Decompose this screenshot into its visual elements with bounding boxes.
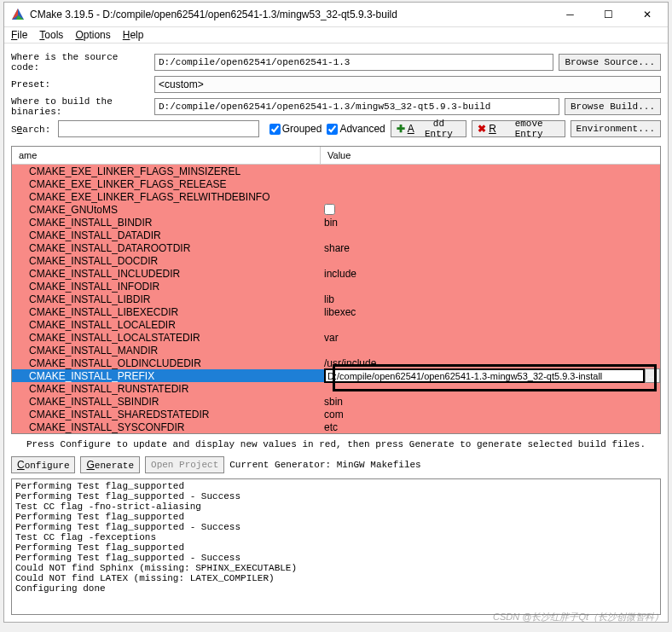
advanced-checkbox[interactable]: Advanced [327,123,385,135]
table-row[interactable]: CMAKE_INSTALL_INCLUDEDIRinclude [12,267,660,280]
build-label: Where to build the binaries: [11,96,149,117]
table-row[interactable]: CMAKE_INSTALL_SBINDIRsbin [12,395,660,408]
titlebar: CMake 3.19.5 - D:/compile/open62541/open… [4,3,668,27]
output-log[interactable]: Performing Test flag_supported Performin… [11,478,661,615]
menu-tools[interactable]: Tools [39,29,63,41]
cell-name: CMAKE_INSTALL_RUNSTATEDIR [12,383,321,395]
menubar: File Tools Options Help [4,27,668,43]
table-row[interactable]: CMAKE_INSTALL_SYSCONFDIRetc [12,420,660,433]
cell-value[interactable] [321,204,660,215]
table-row[interactable]: CMAKE_INSTALL_RUNSTATEDIR [12,382,660,395]
cell-name: CMAKE_INSTALL_LIBEXECDIR [12,306,321,318]
cmake-icon [11,8,25,21]
table-row[interactable]: CMAKE_INSTALL_LIBEXECDIRlibexec [12,305,660,318]
cell-name: CMAKE_EXE_LINKER_FLAGS_RELWITHDEBINFO [12,191,321,203]
grouped-checkbox[interactable]: Grouped [269,123,322,135]
table-row[interactable]: CMAKE_INSTALL_DOCDIR [12,254,660,267]
col-value[interactable]: Value [321,147,660,164]
cell-name: CMAKE_INSTALL_LOCALSTATEDIR [12,332,321,344]
cell-name: CMAKE_EXE_LINKER_FLAGS_MINSIZEREL [12,165,321,177]
cache-table: ame Value CMAKE_EXE_LINKER_FLAGS_MINSIZE… [11,146,661,434]
col-name[interactable]: ame [12,147,321,164]
preset-label: Preset: [11,79,149,90]
table-body[interactable]: CMAKE_EXE_LINKER_FLAGS_MINSIZERELCMAKE_E… [12,165,660,433]
cell-name: CMAKE_INSTALL_DATAROOTDIR [12,242,321,254]
cell-name: CMAKE_INSTALL_INCLUDEDIR [12,268,321,280]
close-button[interactable]: ✕ [628,3,666,26]
generator-label: Current Generator: MinGW Makefiles [229,460,420,470]
cell-value[interactable]: var [321,332,660,344]
build-input[interactable] [154,98,559,115]
remove-entry-button[interactable]: ✖ Remove Entry [472,120,565,137]
plus-icon: ✚ [397,123,405,135]
table-row[interactable]: CMAKE_EXE_LINKER_FLAGS_RELWITHDEBINFO [12,190,660,203]
search-input[interactable] [58,120,259,137]
table-row[interactable]: CMAKE_INSTALL_LIBDIRlib [12,293,660,305]
cell-value[interactable]: include [321,268,660,280]
preset-select[interactable]: <custom> [154,76,661,93]
cell-value[interactable]: bin [321,217,660,229]
table-row[interactable]: CMAKE_INSTALL_MANDIR [12,344,660,357]
cell-name: CMAKE_INSTALL_LOCALEDIR [12,319,321,331]
cell-value[interactable]: sbin [321,396,660,408]
cell-value[interactable]: etc [321,421,660,433]
cell-value[interactable]: lib [321,293,660,305]
x-icon: ✖ [478,123,486,135]
browse-value-button[interactable]: ... [645,368,660,383]
table-row[interactable]: CMAKE_INSTALL_OLDINCLUDEDIR/usr/include [12,357,660,369]
menu-options[interactable]: Options [75,29,110,41]
environment-button[interactable]: Environment... [571,120,661,137]
table-row[interactable]: CMAKE_EXE_LINKER_FLAGS_RELEASE [12,177,660,190]
value-checkbox[interactable] [324,204,335,215]
browse-build-button[interactable]: Browse Build... [565,98,661,115]
table-row[interactable]: CMAKE_GNUtoMS [12,203,660,216]
cell-name: CMAKE_EXE_LINKER_FLAGS_RELEASE [12,178,321,190]
table-row[interactable]: CMAKE_INSTALL_BINDIRbin [12,216,660,229]
value-edit-input[interactable] [324,368,645,383]
cell-value[interactable]: share [321,242,660,254]
main-window: CMake 3.19.5 - D:/compile/open62541/open… [3,2,669,623]
cell-name: CMAKE_INSTALL_OLDINCLUDEDIR [12,357,321,369]
configure-button[interactable]: Configure [11,456,75,473]
browse-source-button[interactable]: Browse Source... [559,54,661,71]
menu-help[interactable]: Help [123,29,144,41]
table-row[interactable]: CMAKE_INSTALL_DATADIR [12,229,660,241]
watermark: CSDN @长沙红胖子Qt（长沙创微智科） [493,611,663,623]
cell-value[interactable]: libexec [321,306,660,318]
table-row[interactable]: CMAKE_EXE_LINKER_FLAGS_MINSIZEREL [12,165,660,177]
table-row[interactable]: CMAKE_INSTALL_LOCALSTATEDIRvar [12,331,660,344]
cell-name: CMAKE_INSTALL_MANDIR [12,345,321,357]
table-row[interactable]: CMAKE_INSTALL_INFODIR [12,280,660,293]
table-row[interactable]: CMAKE_INSTALL_PREFIX... [12,369,660,382]
table-row[interactable]: CMAKE_INSTALL_LOCALEDIR [12,318,660,331]
cell-value[interactable]: com [321,409,660,420]
minimize-button[interactable]: ─ [551,3,589,26]
cell-value[interactable]: ... [321,368,660,383]
window-title: CMake 3.19.5 - D:/compile/open62541/open… [30,9,551,20]
add-entry-button[interactable]: ✚ Add Entry [391,120,466,137]
source-input[interactable] [154,54,553,71]
cell-name: CMAKE_INSTALL_PREFIX [12,370,321,382]
cell-name: CMAKE_INSTALL_INFODIR [12,281,321,293]
source-label: Where is the source code: [11,52,149,72]
generate-button[interactable]: Generate [80,456,140,473]
maximize-button[interactable]: ☐ [589,3,628,26]
table-row[interactable]: CMAKE_INSTALL_DATAROOTDIRshare [12,241,660,254]
cell-name: CMAKE_INSTALL_SHAREDSTATEDIR [12,409,321,420]
cell-value[interactable]: /usr/include [321,357,660,369]
search-label: Search: [11,123,53,135]
hint-text: Press Configure to update and display ne… [4,434,668,455]
cell-name: CMAKE_INSTALL_LIBDIR [12,293,321,305]
cell-name: CMAKE_INSTALL_SBINDIR [12,396,321,408]
cell-name: CMAKE_INSTALL_DOCDIR [12,255,321,267]
cell-name: CMAKE_GNUtoMS [12,204,321,216]
open-project-button: Open Project [145,456,224,473]
cell-name: CMAKE_INSTALL_SYSCONFDIR [12,421,321,433]
cell-name: CMAKE_INSTALL_BINDIR [12,217,321,229]
cell-name: CMAKE_INSTALL_DATADIR [12,229,321,241]
menu-file[interactable]: File [11,29,27,41]
table-row[interactable]: CMAKE_INSTALL_SHAREDSTATEDIRcom [12,408,660,420]
